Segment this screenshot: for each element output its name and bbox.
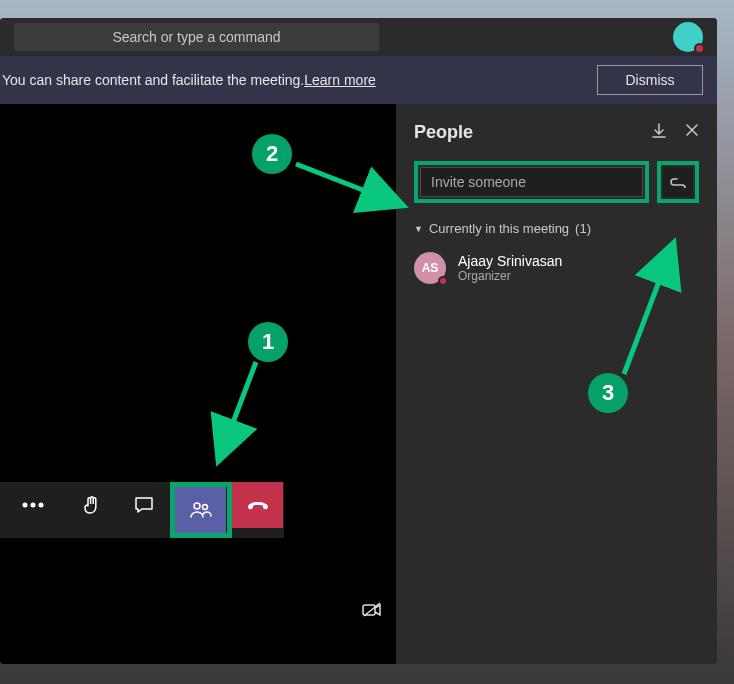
people-panel: People bbox=[396, 104, 717, 664]
invite-input-highlight bbox=[414, 161, 649, 203]
section-toggle[interactable]: ▼ Currently in this meeting (1) bbox=[414, 221, 699, 236]
presence-busy-icon bbox=[438, 276, 448, 286]
invite-input[interactable] bbox=[420, 167, 643, 197]
participant-name: Ajaay Srinivasan bbox=[458, 253, 562, 269]
download-icon bbox=[651, 123, 667, 139]
participant-initials: AS bbox=[422, 261, 439, 275]
search-input[interactable] bbox=[14, 23, 379, 51]
copy-link-highlight bbox=[657, 161, 699, 203]
svg-point-4 bbox=[202, 505, 207, 510]
meeting-toolbar bbox=[0, 482, 284, 538]
user-avatar[interactable] bbox=[673, 22, 703, 52]
participant-role: Organizer bbox=[458, 269, 562, 283]
camera-status-icon bbox=[362, 602, 382, 622]
section-count: (1) bbox=[575, 221, 591, 236]
participant-avatar: AS bbox=[414, 252, 446, 284]
banner-text: You can share content and facilitate the… bbox=[2, 72, 304, 88]
more-actions-button[interactable] bbox=[0, 482, 66, 528]
download-attendance-button[interactable] bbox=[651, 123, 667, 143]
people-button-highlight bbox=[170, 482, 232, 538]
leave-button[interactable] bbox=[232, 482, 284, 528]
hangup-icon bbox=[246, 499, 270, 511]
panel-title: People bbox=[414, 122, 473, 143]
raise-hand-button[interactable] bbox=[66, 482, 118, 528]
chat-button[interactable] bbox=[118, 482, 170, 528]
learn-more-link[interactable]: Learn more bbox=[304, 72, 376, 88]
svg-point-2 bbox=[38, 503, 43, 508]
svg-point-1 bbox=[30, 503, 35, 508]
copy-link-button[interactable] bbox=[663, 167, 693, 197]
participant-row[interactable]: AS Ajaay Srinivasan Organizer bbox=[414, 248, 699, 288]
panel-header: People bbox=[414, 122, 699, 143]
close-panel-button[interactable] bbox=[685, 123, 699, 143]
chat-icon bbox=[134, 496, 154, 514]
hand-icon bbox=[83, 495, 101, 515]
ellipsis-icon bbox=[22, 502, 44, 508]
presence-busy-icon bbox=[694, 43, 705, 54]
callout-3: 3 bbox=[588, 373, 628, 413]
teams-window: You can share content and facilitate the… bbox=[0, 18, 717, 664]
people-icon bbox=[190, 501, 212, 519]
callout-2: 2 bbox=[252, 134, 292, 174]
people-button[interactable] bbox=[175, 487, 227, 533]
invite-row bbox=[414, 161, 699, 203]
callout-1: 1 bbox=[248, 322, 288, 362]
close-icon bbox=[685, 123, 699, 137]
svg-rect-5 bbox=[363, 605, 375, 615]
section-label: Currently in this meeting bbox=[429, 221, 569, 236]
link-icon bbox=[669, 176, 687, 188]
svg-point-0 bbox=[22, 503, 27, 508]
video-stage bbox=[0, 104, 396, 664]
info-banner: You can share content and facilitate the… bbox=[0, 56, 717, 104]
topbar bbox=[0, 18, 717, 56]
caret-down-icon: ▼ bbox=[414, 224, 423, 234]
dismiss-button[interactable]: Dismiss bbox=[597, 65, 703, 95]
svg-point-3 bbox=[194, 503, 200, 509]
